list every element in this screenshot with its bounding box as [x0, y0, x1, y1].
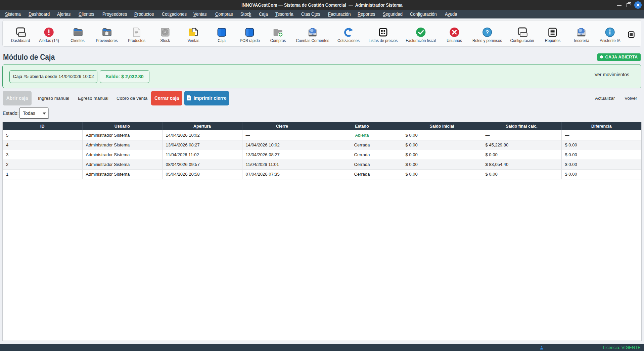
svg-text:?: ?	[486, 30, 489, 35]
